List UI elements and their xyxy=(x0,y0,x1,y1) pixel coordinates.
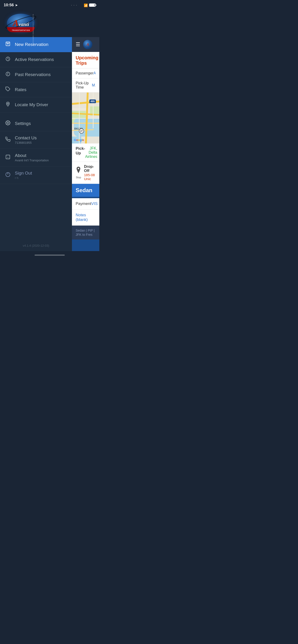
vehicle-type-label: Sedan xyxy=(76,187,92,193)
svg-point-8 xyxy=(7,122,9,124)
app-layout: New Reservation Active Reservations xyxy=(0,37,99,251)
passenger-row: Passenger Ava xyxy=(72,68,99,78)
sidebar-item-contact-us[interactable]: Contact Us 7136801955 xyxy=(0,131,72,149)
trip-details: Pick-Up JFK, Delta Airlines Stop Drop-Of… xyxy=(72,144,99,184)
sidebar-item-about[interactable]: About Avanti Int'l Transportation xyxy=(0,149,72,166)
svg-point-15 xyxy=(78,168,79,169)
main-logo-small: A xyxy=(83,40,92,49)
main-header: ☰ A xyxy=(72,37,99,52)
logo-subtitle: GLOBAL CHAUFFEURED SERVICES xyxy=(33,14,34,44)
sidebar-item-sign-out[interactable]: Sign Out r h xyxy=(0,166,72,184)
time-display: 10:56 xyxy=(4,3,14,8)
dropoff-row: Stop Drop-Off 185-08 Unic xyxy=(72,162,99,184)
status-icons: · · · 📶 xyxy=(71,3,96,7)
upcoming-trips-title: Upcoming Trips xyxy=(72,52,99,68)
sidebar-item-settings[interactable]: Settings xyxy=(0,116,72,131)
payment-label: Payment xyxy=(76,202,91,206)
stop-icon-container: Stop xyxy=(76,167,81,179)
new-reservation-label: New Reservation xyxy=(15,42,49,47)
pickup-value: JFK, Delta Airlines xyxy=(85,146,97,159)
pickup-time-row: Pick-Up Time Ma xyxy=(72,78,99,92)
logo-globe: A vanti TRANSPORTATION GLOBAL CHAUFFEURE… xyxy=(7,14,35,32)
pickup-label: Pick-Up xyxy=(76,146,85,156)
settings-label: Settings xyxy=(15,121,31,126)
blue-bar xyxy=(72,240,99,251)
payment-value: VIS xyxy=(91,202,98,206)
sign-out-icon xyxy=(5,172,11,178)
bottom-trip-info: Sedan | PtP | JFK to Fres xyxy=(76,228,95,236)
contact-us-icon xyxy=(5,137,11,143)
stop-text-label: Stop xyxy=(76,176,81,179)
active-reservations-label: Active Reservations xyxy=(15,57,54,62)
signal-dots-icon: · · · xyxy=(71,4,77,7)
location-arrow-icon: ➤ xyxy=(15,4,18,7)
pickup-time-label: Pick-Up Time xyxy=(76,81,92,90)
status-bar: 10:56 ➤ · · · 📶 xyxy=(0,0,99,10)
past-reservations-icon xyxy=(5,72,11,78)
sidebar-item-locate-driver[interactable]: Locate My Driver xyxy=(0,97,72,112)
contact-phone: 7136801955 xyxy=(15,141,37,144)
contact-us-label: Contact Us 7136801955 xyxy=(15,136,37,144)
sidebar-item-new-reservation[interactable]: New Reservation xyxy=(0,37,72,52)
passenger-value: Ava xyxy=(94,71,96,75)
dropoff-info: Drop-Off 185-08 Unic xyxy=(84,164,96,181)
map-container: BKLYN 495 27 Google xyxy=(72,92,99,144)
passenger-label: Passenger xyxy=(76,71,94,75)
logo-tagline: TRANSPORTATION xyxy=(12,30,30,31)
vehicle-banner: Sedan xyxy=(72,184,99,197)
logo-area: A vanti TRANSPORTATION GLOBAL CHAUFFEURE… xyxy=(0,10,99,37)
sidebar-item-active-reservations[interactable]: Active Reservations xyxy=(0,52,72,67)
battery-icon xyxy=(89,4,96,7)
highway-495-badge: 495 xyxy=(89,100,96,103)
past-reservations-label: Past Reservations xyxy=(15,72,51,77)
about-sublabel: Avanti Int'l Transportation xyxy=(15,158,49,162)
sidebar: New Reservation Active Reservations xyxy=(0,37,72,251)
highway-27-badge: 27 xyxy=(79,128,84,134)
locate-driver-label: Locate My Driver xyxy=(15,102,48,107)
sidebar-nav: New Reservation Active Reservations xyxy=(0,37,72,240)
map-background: BKLYN 495 27 Google xyxy=(72,92,99,144)
upcoming-trips-section: Upcoming Trips Passenger Ava Pick-Up Tim… xyxy=(72,52,99,92)
pickup-row: Pick-Up JFK, Delta Airlines xyxy=(72,144,99,162)
pickup-time-value: Ma xyxy=(92,83,96,88)
logo-letter-a: A xyxy=(13,18,19,28)
dropoff-value: 185-08 Unic xyxy=(84,173,96,181)
settings-icon xyxy=(5,120,11,127)
sidebar-item-rates[interactable]: Rates xyxy=(0,82,72,97)
main-content: ☰ A Upcoming Trips Passenger Ava Pick-Up… xyxy=(72,37,99,251)
logo-vanti: vanti xyxy=(19,21,29,27)
stop-pin-icon xyxy=(76,167,81,176)
sign-out-label: Sign Out r h xyxy=(15,170,32,180)
google-logo: Google xyxy=(74,138,84,142)
about-label: About Avanti Int'l Transportation xyxy=(15,153,49,162)
version-label: v4.1.4 (2020-12-03) xyxy=(0,240,72,251)
sidebar-item-past-reservations[interactable]: Past Reservations xyxy=(0,67,72,82)
sign-out-sublabel: r h xyxy=(15,176,32,180)
dropoff-title: Drop-Off xyxy=(84,164,96,173)
hamburger-button[interactable]: ☰ xyxy=(76,42,80,48)
about-icon xyxy=(5,154,11,161)
rates-label: Rates xyxy=(15,87,27,92)
notes-value: Notes (blank) xyxy=(76,213,88,222)
notes-row: Notes (blank) xyxy=(72,210,99,226)
bottom-banner: Sedan | PtP | JFK to Fres xyxy=(72,226,99,240)
home-bar xyxy=(0,251,99,259)
wifi-icon: 📶 xyxy=(79,3,88,7)
rates-icon xyxy=(5,86,11,93)
status-time: 10:56 ➤ xyxy=(4,3,18,8)
payment-row: Payment VIS xyxy=(72,198,99,210)
svg-point-7 xyxy=(7,103,9,104)
locate-driver-icon xyxy=(5,102,11,108)
home-indicator xyxy=(35,254,65,256)
logo-container: A vanti TRANSPORTATION GLOBAL CHAUFFEURE… xyxy=(5,12,37,34)
new-reservation-icon xyxy=(5,41,11,48)
active-reservations-icon xyxy=(5,56,11,63)
